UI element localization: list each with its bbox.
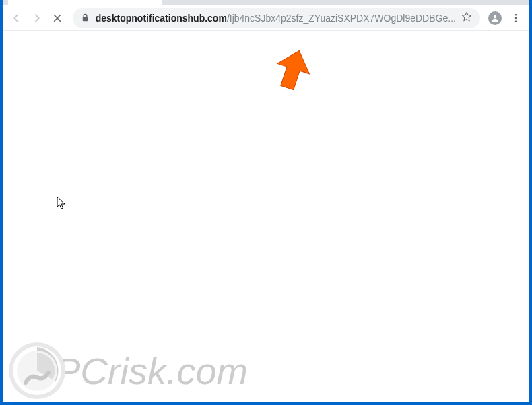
cursor-icon [57, 196, 67, 213]
window-controls [436, 0, 529, 3]
profile-button[interactable] [486, 7, 505, 29]
tab-strip: Click Allow [3, 0, 529, 5]
svg-rect-4 [83, 17, 88, 22]
svg-point-6 [514, 13, 517, 15]
maximize-button[interactable] [467, 0, 498, 3]
bookmark-star-icon[interactable] [461, 11, 472, 25]
lock-icon[interactable] [81, 13, 90, 23]
stop-reload-button[interactable] [48, 7, 67, 29]
minimize-button[interactable] [436, 0, 467, 3]
close-window-button[interactable] [498, 0, 529, 3]
forward-button[interactable] [28, 7, 47, 29]
watermark-text: PCrisk.com [55, 349, 248, 393]
svg-point-5 [494, 15, 496, 17]
active-tab[interactable]: Click Allow [8, 0, 162, 5]
watermark-logo-icon [7, 340, 67, 401]
svg-point-8 [514, 20, 517, 22]
new-tab-button[interactable] [167, 0, 186, 3]
url-domain: desktopnotificationshub.com [96, 13, 227, 24]
arrow-annotation-icon [273, 50, 313, 98]
svg-point-7 [514, 17, 517, 19]
watermark: PCrisk.com [7, 340, 248, 401]
menu-button[interactable] [506, 7, 525, 29]
toolbar: desktopnotificationshub.com/Ijb4ncSJbx4p… [3, 5, 529, 31]
address-bar[interactable]: desktopnotificationshub.com/Ijb4ncSJbx4p… [73, 8, 480, 28]
url-text: desktopnotificationshub.com/Ijb4ncSJbx4p… [96, 13, 456, 24]
back-button[interactable] [7, 7, 26, 29]
url-path: /Ijb4ncSJbx4p2sfz_ZYuaziSXPDX7WOgDl9eDDB… [227, 13, 456, 24]
profile-avatar-icon [488, 11, 502, 25]
